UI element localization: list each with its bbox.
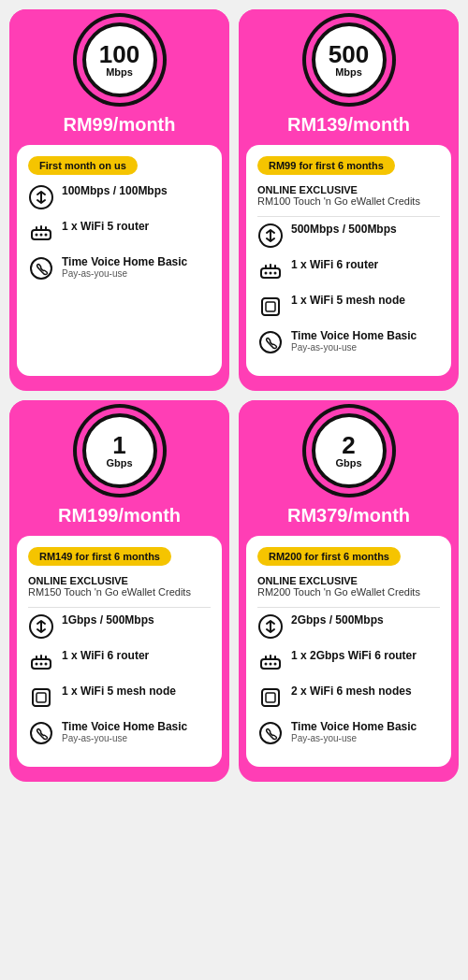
svg-rect-27: [262, 689, 279, 706]
price-text: RM139/month: [242, 114, 455, 136]
speed-number: 500: [329, 42, 369, 66]
router-icon: [257, 649, 284, 675]
feature-item-1: 1 x WiFi 6 router: [257, 258, 440, 284]
card-header: 100Mbps: [9, 9, 229, 107]
exclusive-desc: RM100 Touch 'n Go eWallet Credits: [257, 195, 440, 207]
feature-text: Time Voice Home BasicPay-as-you-use: [62, 255, 187, 279]
feature-main: 100Mbps / 100Mbps: [62, 184, 168, 197]
phone-icon: [257, 720, 284, 746]
feature-main: 1 x WiFi 6 router: [62, 649, 149, 662]
promo-badge: First month on us: [28, 156, 138, 175]
speed-circle: 2Gbps: [312, 413, 387, 488]
feature-item-3: Time Voice Home BasicPay-as-you-use: [257, 720, 440, 746]
feature-item-1: 1 x 2Gbps WiFi 6 router: [257, 649, 440, 675]
feature-text: 1 x WiFi 5 router: [62, 220, 149, 233]
svg-point-8: [265, 272, 268, 275]
feature-item-1: 1 x WiFi 5 router: [28, 220, 211, 246]
speed-circle: 1Gbps: [82, 413, 157, 488]
speed-icon: [28, 613, 54, 640]
card-header: 1Gbps: [9, 400, 229, 497]
card-body: RM200 for first 6 monthsONLINE EXCLUSIVE…: [246, 536, 451, 767]
speed-number: 2: [342, 433, 355, 457]
svg-point-2: [36, 234, 38, 237]
price-bar: RM99/month: [9, 107, 229, 145]
feature-main: 1 x WiFi 5 mesh node: [62, 685, 176, 698]
feature-item-3: Time Voice Home BasicPay-as-you-use: [28, 720, 211, 746]
speed-unit: Gbps: [335, 457, 361, 468]
feature-item-0: 2Gbps / 500Mbps: [257, 613, 440, 640]
plan-card-100mbps[interactable]: 100MbpsRM99/monthFirst month on us 100Mb…: [9, 9, 229, 391]
svg-point-17: [40, 663, 43, 666]
feature-item-1: 1 x WiFi 6 router: [28, 649, 211, 675]
plan-card-1gbps[interactable]: 1GbpsRM199/monthRM149 for first 6 months…: [9, 400, 229, 782]
svg-point-25: [270, 663, 272, 666]
exclusive-title: ONLINE EXCLUSIVE: [257, 575, 440, 586]
speed-icon: [28, 184, 54, 210]
promo-badge: RM99 for first 6 months: [257, 156, 395, 175]
price-text: RM99/month: [13, 114, 226, 136]
feature-main: Time Voice Home Basic: [62, 255, 187, 268]
feature-text: 1 x 2Gbps WiFi 6 router: [291, 649, 417, 662]
card-body: RM99 for first 6 monthsONLINE EXCLUSIVER…: [246, 145, 451, 376]
phone-icon: [28, 720, 54, 746]
feature-text: 1 x WiFi 5 mesh node: [291, 294, 405, 307]
price-text: RM199/month: [13, 505, 226, 526]
feature-main: Time Voice Home Basic: [291, 329, 417, 342]
svg-point-24: [265, 663, 268, 666]
mesh-icon: [28, 685, 54, 711]
feature-text: 500Mbps / 500Mbps: [291, 223, 397, 236]
svg-rect-11: [262, 298, 279, 315]
feature-text: Time Voice Home BasicPay-as-you-use: [291, 329, 417, 353]
feature-main: 1 x WiFi 5 mesh node: [291, 294, 405, 307]
router-icon: [28, 220, 54, 246]
router-icon: [28, 649, 54, 675]
feature-main: 2Gbps / 500Mbps: [291, 613, 384, 627]
svg-point-16: [36, 663, 38, 666]
feature-text: Time Voice Home BasicPay-as-you-use: [291, 720, 417, 743]
feature-sub: Pay-as-you-use: [62, 268, 187, 279]
svg-rect-20: [37, 693, 46, 702]
svg-point-18: [45, 663, 48, 666]
speed-number: 100: [99, 42, 139, 66]
speed-unit: Gbps: [106, 457, 132, 468]
phone-icon: [28, 255, 54, 281]
card-body: RM149 for first 6 monthsONLINE EXCLUSIVE…: [17, 536, 222, 767]
feature-text: 1Gbps / 500Mbps: [62, 613, 154, 627]
speed-circle: 100Mbps: [82, 22, 157, 97]
feature-main: 1 x 2Gbps WiFi 6 router: [291, 649, 417, 662]
feature-item-2: Time Voice Home BasicPay-as-you-use: [28, 255, 211, 281]
exclusive-block: ONLINE EXCLUSIVERM200 Touch 'n Go eWalle…: [257, 575, 440, 598]
feature-main: 1 x WiFi 5 router: [62, 220, 149, 233]
speed-unit: Mbps: [335, 66, 362, 78]
price-bar: RM139/month: [239, 107, 459, 145]
feature-text: 2 x WiFi 6 mesh nodes: [291, 685, 412, 698]
speed-icon: [257, 613, 284, 640]
plan-card-2gbps[interactable]: 2GbpsRM379/monthRM200 for first 6 months…: [239, 400, 459, 782]
feature-text: 1 x WiFi 5 mesh node: [62, 685, 176, 698]
feature-item-0: 100Mbps / 100Mbps: [28, 184, 211, 210]
feature-item-3: Time Voice Home BasicPay-as-you-use: [257, 329, 440, 355]
feature-main: Time Voice Home Basic: [62, 720, 187, 733]
phone-icon: [257, 329, 284, 355]
exclusive-title: ONLINE EXCLUSIVE: [257, 184, 440, 195]
feature-text: 100Mbps / 100Mbps: [62, 184, 168, 197]
svg-point-9: [270, 272, 272, 275]
feature-text: 2Gbps / 500Mbps: [291, 613, 384, 627]
feature-main: 1 x WiFi 6 router: [291, 258, 378, 271]
feature-item-0: 500Mbps / 500Mbps: [257, 223, 440, 249]
feature-item-0: 1Gbps / 500Mbps: [28, 613, 211, 640]
feature-sub: Pay-as-you-use: [291, 342, 417, 353]
feature-main: 1Gbps / 500Mbps: [62, 613, 154, 627]
exclusive-block: ONLINE EXCLUSIVERM150 Touch 'n Go eWalle…: [28, 575, 211, 598]
price-bar: RM199/month: [9, 497, 229, 536]
promo-badge: RM149 for first 6 months: [28, 547, 171, 566]
plan-card-500mbps[interactable]: 500MbpsRM139/monthRM99 for first 6 month…: [239, 9, 459, 391]
svg-rect-28: [266, 693, 275, 702]
speed-unit: Mbps: [106, 66, 133, 78]
feature-item-2: 2 x WiFi 6 mesh nodes: [257, 685, 440, 711]
feature-main: 2 x WiFi 6 mesh nodes: [291, 685, 412, 698]
feature-main: Time Voice Home Basic: [291, 720, 417, 733]
feature-item-2: 1 x WiFi 5 mesh node: [257, 294, 440, 320]
exclusive-title: ONLINE EXCLUSIVE: [28, 575, 211, 586]
feature-sub: Pay-as-you-use: [62, 733, 187, 743]
